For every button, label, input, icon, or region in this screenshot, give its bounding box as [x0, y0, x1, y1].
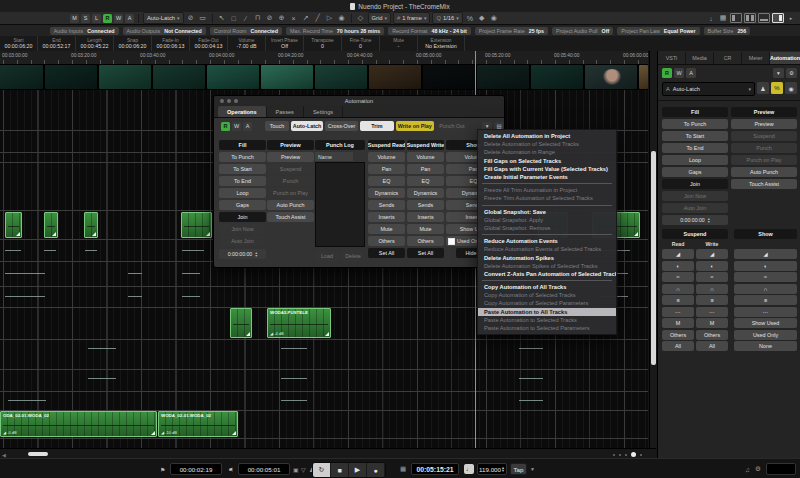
event-fade-handle[interactable] — [246, 332, 250, 336]
show-dynamics-button[interactable]: ∩ — [734, 284, 797, 294]
panel-button-mute[interactable]: Mute — [407, 224, 444, 234]
suspend-write-pan-button[interactable]: ◐ — [696, 261, 728, 271]
sidebar-r-button[interactable]: R — [662, 68, 672, 78]
panel-button-others[interactable]: Others — [368, 236, 405, 246]
show-eq-button[interactable]: ≈ — [734, 272, 797, 282]
panel-button-to-punch[interactable]: To Punch — [219, 152, 266, 162]
show-none-button[interactable]: None — [734, 341, 797, 351]
panel-button-delete[interactable]: Delete — [341, 251, 365, 261]
sidebar-fill-time-field[interactable]: 0:00:00:00▴▾ — [662, 215, 728, 225]
panel-button-gaps[interactable]: Gaps — [219, 200, 266, 210]
info-field-volume[interactable]: Volume-7.00 dB — [228, 36, 266, 51]
suspend-read-mute-button[interactable]: M — [662, 318, 694, 328]
suspend-read-all-button[interactable]: All — [662, 341, 694, 351]
info-field-mute[interactable]: Mute- — [380, 36, 418, 51]
sidebar-tab-automation[interactable]: Automation — [770, 52, 800, 64]
status-chip[interactable]: Project Frame Rate25 fps — [475, 27, 548, 35]
lock-icon[interactable]: ▣ — [293, 464, 299, 474]
show-sends-button[interactable]: ≡ — [734, 295, 797, 305]
status-chip[interactable]: Buffer Size256 — [704, 27, 751, 35]
suspend-read-others-button[interactable]: Others — [662, 330, 694, 340]
right-locator-field[interactable]: 00:00:05:01 — [238, 463, 290, 475]
sidebar-button-join[interactable]: Join — [662, 179, 728, 189]
panel-button-set-all[interactable]: Set All — [368, 248, 405, 258]
suspend-read-sends-button[interactable]: ≡ — [662, 295, 694, 305]
panel-button-inserts[interactable]: Inserts — [407, 212, 444, 222]
suspend-read-dynamics-button[interactable]: ∩ — [662, 284, 694, 294]
panel-fill-header[interactable]: Fill — [219, 140, 266, 150]
suspend-write-inserts-button[interactable]: ⋯ — [696, 307, 728, 317]
panel-button-punch[interactable]: Punch — [267, 176, 314, 186]
menu-item-copy-automation-of-all-tracks[interactable]: Copy Automation of All Tracks — [478, 283, 616, 291]
panel-button-auto-join[interactable]: Auto Join — [219, 236, 266, 246]
zoom-slider[interactable] — [613, 452, 642, 457]
lower-zone-toggle[interactable] — [744, 13, 756, 23]
gear-icon[interactable]: ⚙ — [786, 68, 797, 78]
transport-zone-toggle[interactable] — [758, 13, 770, 23]
suspend-write-eq-button[interactable]: ≈ — [696, 272, 728, 282]
panel-button-join-now[interactable]: Join Now — [219, 224, 266, 234]
mode-button-touch[interactable]: Touch — [265, 121, 290, 131]
track-state-r-button[interactable]: R — [103, 14, 112, 23]
panel-button-loop[interactable]: Loop — [219, 188, 266, 198]
sidebar-fill-header[interactable]: Fill — [662, 107, 728, 117]
menu-item-delete-all-automation-in-project[interactable]: Delete All Automation in Project — [478, 132, 616, 140]
menu-item-delete-automation-spikes[interactable]: Delete Automation Spikes — [478, 253, 616, 261]
sidebar-button-suspend[interactable]: Suspend — [731, 131, 797, 141]
panel-button-volume[interactable]: Volume — [407, 152, 444, 162]
panel-button-others[interactable]: Others — [407, 236, 444, 246]
status-chip[interactable]: Audio InputsConnected — [50, 27, 119, 35]
zoom-slider-knob[interactable] — [631, 452, 636, 457]
transport-gear-icon[interactable]: ⚙ — [755, 464, 761, 474]
iterative-quantize-icon[interactable]: ◆ — [477, 13, 487, 23]
tempo-dropdown-icon[interactable]: ▼ — [530, 464, 535, 474]
panel-button-dynamics[interactable]: Dynamics — [368, 188, 405, 198]
mode-button-cross-over[interactable]: Cross-Over — [325, 121, 358, 131]
midi-activity-icon[interactable]: ♫ — [745, 464, 750, 474]
menu-item-fill-gaps-with-current-value-selected-tr[interactable]: Fill Gaps with Current Value (Selected T… — [478, 165, 616, 173]
event-fade-handle[interactable] — [206, 232, 210, 236]
mode-button-write-on-play[interactable]: Write on Play — [396, 121, 435, 131]
track-state-w-button[interactable]: W — [114, 14, 123, 23]
sidebar-automation-mode-dropdown[interactable]: AAuto-Latch▾ — [662, 82, 755, 96]
sidebar-a-button[interactable]: A — [686, 68, 696, 78]
info-field-snap[interactable]: Snap00:00:06:20 — [114, 36, 152, 51]
horizontal-scrollbar-thumb[interactable] — [28, 452, 48, 456]
audio-event[interactable] — [84, 212, 98, 238]
close-icon[interactable] — [220, 99, 224, 103]
audio-event[interactable]: WODA5.PUSTELE◢ -4 dB — [267, 308, 331, 338]
panel-button-auto-punch[interactable]: Auto Punch — [267, 200, 314, 210]
event-fade-handle[interactable] — [52, 232, 56, 236]
suspend-write-volume-button[interactable]: ◢ — [696, 249, 728, 259]
panel-suspend-read-column-header[interactable]: Suspend Read — [368, 140, 405, 150]
grid-frame-dropdown[interactable]: #1 frame▾ — [393, 12, 430, 24]
sidebar-menu-icon[interactable]: ▾ — [773, 68, 784, 78]
menu-item-fill-gaps-on-selected-tracks[interactable]: Fill Gaps on Selected Tracks — [478, 157, 616, 165]
status-chip[interactable]: Audio OutputsNot Connected — [123, 27, 206, 35]
no-automation-icon[interactable]: ⊘ — [186, 13, 196, 23]
panel-button-pan[interactable]: Pan — [368, 164, 405, 174]
tempo-field[interactable]: 119.000▲▼ — [477, 463, 507, 475]
sidebar-preview-header[interactable]: Preview — [731, 107, 797, 117]
right-locator-icon[interactable]: ⚑ — [228, 464, 233, 474]
sidebar-button-punch-on-play[interactable]: Punch on Play — [731, 155, 797, 165]
panel-button-load[interactable]: Load — [315, 251, 339, 261]
sidebar-button-to-punch[interactable]: To Punch — [662, 119, 728, 129]
auto-scroll-icon[interactable]: ▭ — [198, 13, 208, 23]
punch-log-list[interactable] — [315, 162, 365, 247]
panel-button-to-start[interactable]: To Start — [219, 164, 266, 174]
panel-w-button[interactable]: W — [232, 122, 241, 131]
panel-button-to-end[interactable]: To End — [219, 176, 266, 186]
panel-punch-log-header[interactable]: Punch Log — [315, 140, 365, 150]
panel-button-punch-on-play[interactable]: Punch on Play — [267, 188, 314, 198]
status-chip[interactable]: Project Pan LawEqual Power — [617, 27, 699, 35]
panel-button-sends[interactable]: Sends — [407, 200, 444, 210]
video-track[interactable] — [0, 64, 648, 90]
snap-icon[interactable]: ◇ — [356, 13, 366, 23]
tap-tempo-button[interactable]: Tap — [510, 463, 527, 475]
show-used-only-button[interactable]: Used Only — [734, 330, 797, 340]
swing-icon[interactable]: % — [465, 13, 475, 23]
sidebar-tab-vsti[interactable]: VSTi — [658, 52, 686, 64]
panel-button-touch-assist[interactable]: Touch Assist — [267, 212, 314, 222]
panel-button-eq[interactable]: EQ — [368, 176, 405, 186]
